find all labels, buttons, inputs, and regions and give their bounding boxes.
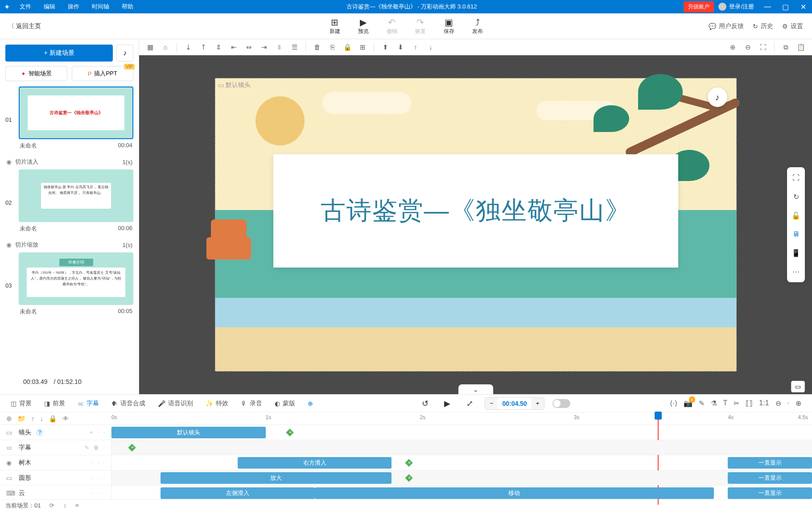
- track-dot[interactable]: ·: [103, 429, 105, 436]
- lock-all-icon[interactable]: 🔒: [49, 415, 57, 423]
- add-track-icon[interactable]: ⊕: [6, 415, 12, 423]
- fullscreen-icon[interactable]: ⛶: [790, 172, 802, 184]
- loop-icon[interactable]: ⟳: [49, 502, 54, 509]
- align-right-icon[interactable]: ⇥: [257, 41, 271, 54]
- tab-foreground[interactable]: ◨前景: [39, 397, 70, 410]
- collapse-handle[interactable]: ⌄: [458, 384, 493, 394]
- grid-icon[interactable]: ▦: [144, 41, 157, 54]
- track-lane[interactable]: 默认镜头: [111, 425, 812, 440]
- menu-action[interactable]: 操作: [62, 3, 86, 11]
- distribute-v-icon[interactable]: ☰: [288, 41, 301, 54]
- eye-icon[interactable]: 👁: [62, 415, 69, 422]
- scene-thumbnail[interactable]: 作者介绍李白（701年－762年），字太白，号青莲居士 又号"谪仙人"，唐代伟大…: [19, 252, 133, 305]
- play-button[interactable]: ▶: [440, 396, 454, 411]
- edit-icon[interactable]: ✎: [85, 445, 89, 451]
- redo-button[interactable]: ↷恢复: [415, 17, 426, 35]
- minimize-button[interactable]: —: [758, 3, 776, 11]
- tab-more[interactable]: ⊕: [302, 397, 318, 410]
- track-lane[interactable]: 放大 一直显示: [111, 470, 812, 485]
- bring-front-icon[interactable]: ⬆: [379, 41, 392, 54]
- tab-background[interactable]: ◫背景: [5, 397, 37, 410]
- zoom-out-icon[interactable]: ⊖: [741, 41, 754, 54]
- keyframe-add[interactable]: [404, 474, 413, 482]
- tab-effect[interactable]: ✨特效: [200, 397, 234, 410]
- music-badge[interactable]: ♪: [708, 87, 727, 107]
- zoom-in-tl-icon[interactable]: ⊕: [796, 399, 801, 408]
- publish-button[interactable]: ⤴发布: [472, 17, 483, 35]
- send-back-icon[interactable]: ⬇: [394, 41, 407, 54]
- align-top-icon[interactable]: ⤓: [181, 41, 195, 54]
- menu-help[interactable]: 帮助: [115, 3, 140, 11]
- keyframe-add[interactable]: [285, 428, 294, 437]
- close-button[interactable]: ✕: [794, 3, 812, 11]
- keyframe-in-icon[interactable]: ⟨·⟩: [670, 399, 677, 408]
- scene-thumbnail[interactable]: 古诗鉴赏—《独坐敬亭山》: [19, 87, 133, 139]
- duplicate-icon[interactable]: ⧉: [779, 41, 792, 54]
- keyframe-add[interactable]: [128, 443, 136, 452]
- scene-thumbnail[interactable]: 独坐敬亭山 唐 李白 众鸟高飞尽， 孤云独去闲。 相看两不厌， 只有敬亭山。: [19, 169, 133, 222]
- track-dot[interactable]: ·: [91, 460, 93, 466]
- scene-item-1[interactable]: 01 古诗鉴赏—《独坐敬亭山》 未命名00:04: [5, 87, 133, 152]
- track-dot[interactable]: ·: [103, 490, 105, 496]
- track-dot[interactable]: ·: [91, 490, 93, 496]
- home-icon[interactable]: ⌂: [159, 41, 172, 54]
- save-button[interactable]: ▣保存: [444, 17, 454, 35]
- settings-button[interactable]: ⚙设置: [782, 22, 803, 30]
- history-button[interactable]: ↻历史: [753, 22, 773, 30]
- track-lane[interactable]: 右方滑入 一直显示: [111, 455, 812, 470]
- clip-slide-right[interactable]: 右方滑入: [238, 457, 392, 469]
- insert-ppt-button[interactable]: P插入PPTVIP: [72, 66, 134, 81]
- more-icon[interactable]: ⋯: [790, 265, 802, 278]
- track-dot[interactable]: ·: [91, 475, 93, 481]
- clip-always-show[interactable]: 一直显示: [728, 487, 812, 499]
- split-icon[interactable]: ✂: [734, 399, 739, 408]
- tab-mask[interactable]: ◐蒙版: [269, 397, 301, 410]
- camera-tool-icon[interactable]: 📷V: [684, 399, 692, 408]
- canvas-viewport[interactable]: ▭默认镜头 古诗鉴赏—《独坐敬亭山》 ♪ ⛶ ↻ 🔓 🖥 📱 ⋯: [139, 55, 812, 394]
- layers-icon[interactable]: ≡: [75, 502, 79, 509]
- clip-always-show[interactable]: 一直显示: [728, 457, 812, 469]
- text-tool-icon[interactable]: T: [723, 399, 728, 408]
- track-dot[interactable]: ·: [97, 460, 99, 466]
- clip-camera[interactable]: 默认镜头: [111, 427, 266, 438]
- distribute-h-icon[interactable]: ⫴: [272, 41, 286, 54]
- align-left-icon[interactable]: ⇤: [227, 41, 240, 54]
- clip-slide-left[interactable]: 左侧滑入: [161, 487, 315, 499]
- transition-row[interactable]: ◉切片缩放1(s): [5, 239, 133, 252]
- time-plus-button[interactable]: +: [532, 398, 544, 409]
- ai-scene-button[interactable]: ✦智能场景: [5, 66, 67, 81]
- desktop-icon[interactable]: 🖥: [790, 228, 802, 240]
- clip-move[interactable]: 移动: [315, 487, 714, 499]
- login-button[interactable]: 登录/注册: [714, 3, 758, 11]
- marker-icon[interactable]: ⟦⟧: [746, 399, 753, 408]
- backward-icon[interactable]: ↓: [424, 41, 437, 54]
- ratio-icon[interactable]: 1:1: [759, 399, 769, 408]
- feedback-button[interactable]: 💬用户反馈: [709, 22, 744, 30]
- upgrade-button[interactable]: 升级账户: [684, 1, 714, 12]
- align-bottom-icon[interactable]: ⤒: [197, 41, 210, 54]
- track-lane[interactable]: [111, 440, 812, 455]
- tab-asr[interactable]: 🎤语音识别: [153, 397, 198, 410]
- snap-toggle[interactable]: [552, 399, 570, 408]
- clip-always-show[interactable]: 一直显示: [728, 472, 812, 484]
- keyframe-add[interactable]: [404, 458, 413, 467]
- slide[interactable]: ▭默认镜头 古诗鉴赏—《独坐敬亭山》 ♪: [215, 78, 737, 371]
- new-scene-button[interactable]: + 新建场景: [5, 45, 113, 62]
- paste-icon[interactable]: 📋: [794, 41, 808, 54]
- track-dot[interactable]: ·: [97, 490, 99, 496]
- help-icon[interactable]: ?: [36, 429, 44, 437]
- forward-icon[interactable]: ↑: [409, 41, 422, 54]
- rotate-icon[interactable]: ↻: [790, 190, 802, 203]
- expand-button[interactable]: ⤢: [462, 396, 477, 411]
- track-dot[interactable]: ·: [103, 445, 105, 451]
- scene-item-3[interactable]: 03 作者介绍李白（701年－762年），字太白，号青莲居士 又号"谪仙人"，唐…: [5, 252, 133, 318]
- delete-icon[interactable]: 🗑: [310, 41, 324, 54]
- scene-item-2[interactable]: 02 独坐敬亭山 唐 李白 众鸟高飞尽， 孤云独去闲。 相看两不厌， 只有敬亭山…: [5, 169, 133, 235]
- title-text[interactable]: 古诗鉴赏—《独坐敬亭山》: [273, 154, 678, 268]
- track-dot[interactable]: ·: [103, 460, 105, 466]
- group-icon[interactable]: ⊞: [356, 41, 369, 54]
- new-button[interactable]: ⊞新建: [330, 17, 340, 35]
- menu-edit[interactable]: 编辑: [37, 3, 62, 11]
- track-dot[interactable]: ·: [103, 475, 105, 481]
- clip-zoom[interactable]: 放大: [161, 472, 392, 484]
